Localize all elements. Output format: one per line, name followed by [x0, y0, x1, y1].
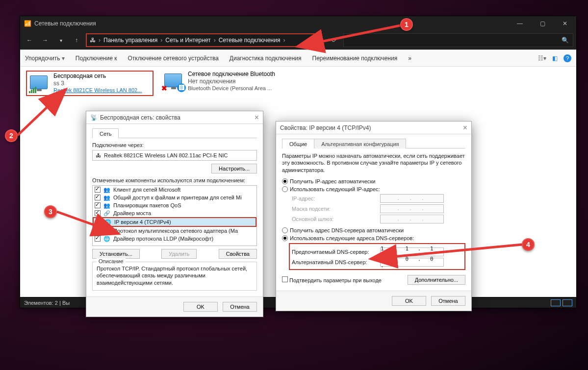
client-icon: 👥 [103, 186, 110, 193]
list-item-label: Планировщик пакетов QoS [113, 202, 181, 208]
dns2-label: Альтернативный DNS-сервер: [292, 259, 380, 265]
breadcrumb[interactable]: 🖧 › Панель управления › Сеть и Интернет … [86, 33, 315, 47]
dns-highlight-box: Предпочитаемый DNS-сервер:1 . 1 . 1 . 1 … [289, 243, 465, 270]
list-item-label: Драйвер моста [113, 210, 151, 216]
checkbox-icon[interactable] [96, 219, 102, 225]
help-icon[interactable]: ? [563, 54, 571, 62]
configure-button[interactable]: Настроить... [211, 164, 257, 173]
rename-button[interactable]: Переименование подключения [312, 55, 398, 62]
nav-row: ← → ▾ ↑ 🖧 › Панель управления › Сеть и И… [20, 31, 576, 49]
checkbox-icon[interactable] [95, 210, 101, 216]
checkbox-icon[interactable] [95, 195, 101, 200]
share-icon: 👥 [103, 194, 110, 201]
ok-button[interactable]: OK [183, 302, 218, 312]
wifi-signal-icon [29, 86, 36, 93]
install-button[interactable]: Установить... [92, 249, 140, 259]
breadcrumb-item[interactable]: Панель управления [103, 37, 157, 44]
disabled-icon: ✖ [161, 84, 167, 92]
organize-menu[interactable]: Упорядочить [25, 55, 65, 62]
annotation-marker-3: 3 [44, 205, 57, 218]
connection-name: Сетевое подключение Bluetooth [188, 71, 275, 78]
components-list[interactable]: 👥Клиент для сетей Microsoft 👥Общий досту… [92, 185, 257, 246]
ipv4-properties-dialog: Свойства: IP версии 4 (TCP/IPv4) × Общие… [276, 121, 472, 311]
adapter-field: 🖧 Realtek 8821CE Wireless LAN 802.11ac P… [92, 150, 257, 161]
radio-ip-manual[interactable] [282, 186, 288, 192]
dropdown-icon[interactable]: ⌄ [322, 37, 327, 44]
checkbox-icon[interactable] [95, 187, 101, 193]
protocol-icon: 🌐 [103, 227, 110, 234]
overflow-button[interactable]: » [408, 55, 411, 62]
confirm-checkbox[interactable] [282, 276, 288, 282]
breadcrumb-item[interactable]: Сеть и Интернет [165, 37, 210, 44]
dns1-input[interactable]: 1 . 1 . 1 . 1 [380, 247, 444, 256]
connection-item-wifi[interactable]: Беспроводная сеть ss 3 Realtek 8821CE Wi… [26, 71, 153, 96]
adapter-properties-dialog: 📡 Беспроводная сеть: свойства × Сеть Под… [86, 111, 263, 317]
mask-input: . . . [380, 204, 444, 213]
description-text: Протокол TCP/IP. Стандартный протокол гл… [97, 265, 253, 286]
list-item-label: Общий доступ к файлам и принтерам для се… [113, 195, 242, 200]
close-button[interactable]: ✕ [554, 16, 576, 31]
tab-alternate[interactable]: Альтернативная конфигурация [314, 139, 406, 148]
refresh-button[interactable]: ⟳ [332, 37, 336, 44]
annotation-marker-1: 1 [400, 18, 413, 31]
checkbox-icon[interactable] [95, 236, 101, 242]
radio-label: Использовать следующие адреса DNS-сервер… [290, 235, 414, 241]
close-button[interactable]: × [463, 123, 467, 132]
view-options-icon[interactable]: ☷▾ [538, 55, 546, 62]
intro-text: Параметры IP можно назначать автоматичес… [282, 152, 465, 173]
components-label: Отмеченные компоненты используются этим … [92, 177, 257, 183]
connection-status: Нет подключения [188, 78, 275, 85]
gateway-input: . . . [380, 215, 444, 223]
gateway-label: Основной шлюз: [292, 216, 380, 222]
diagnose-button[interactable]: Диагностика подключения [230, 55, 302, 62]
nic-icon: 🖧 [96, 152, 101, 158]
details-view-icon[interactable] [551, 299, 561, 306]
command-bar: Упорядочить Подключение к Отключение сет… [20, 50, 576, 67]
wifi-icon: 📡 [90, 114, 97, 121]
minimize-button[interactable]: — [509, 16, 531, 31]
close-button[interactable]: × [255, 113, 259, 122]
description-title: Описание [97, 258, 126, 264]
checkbox-icon[interactable] [95, 228, 101, 234]
back-button[interactable]: ← [23, 34, 36, 47]
connection-item-bluetooth[interactable]: ✖ 🅱 Сетевое подключение Bluetooth Нет по… [162, 71, 290, 92]
bridge-icon: 🔗 [103, 210, 110, 217]
chevron-right-icon: › [214, 37, 216, 44]
annotation-marker-4: 4 [522, 238, 535, 251]
properties-button[interactable]: Свойства [219, 249, 257, 259]
large-icons-view-icon[interactable] [562, 299, 572, 306]
radio-dns-manual[interactable] [282, 235, 288, 241]
connection-status: ss 3 [53, 80, 142, 87]
chevron-right-icon: › [99, 37, 101, 44]
ip-input: . . . [380, 194, 444, 203]
disable-device-button[interactable]: Отключение сетевого устройства [128, 55, 218, 62]
breadcrumb-icon: 🖧 [90, 37, 96, 44]
dns2-input[interactable]: 1 . 0 . 0 . 1 [380, 258, 444, 267]
window-title: Сетевые подключения [34, 20, 96, 27]
forward-button[interactable]: → [39, 34, 51, 47]
adapter-name: Realtek 8821CE Wireless LAN 802.11ac PCI… [104, 152, 228, 158]
tab-general[interactable]: Общие [282, 139, 314, 148]
preview-pane-icon[interactable]: ◧ [552, 55, 558, 62]
ok-button[interactable]: OK [392, 296, 426, 306]
advanced-button[interactable]: Дополнительно... [408, 275, 465, 285]
tab-network[interactable]: Сеть [92, 128, 119, 138]
dialog-title: Беспроводная сеть: свойства [100, 114, 180, 121]
connect-to-button[interactable]: Подключение к [76, 55, 117, 62]
history-dropdown[interactable]: ▾ [54, 34, 67, 47]
radio-label: Получить IP-адрес автоматически [290, 178, 375, 184]
checkbox-icon[interactable] [95, 202, 101, 208]
titlebar: 📶 Сетевые подключения — ▢ ✕ [20, 16, 576, 31]
breadcrumb-item[interactable]: Сетевые подключения [219, 37, 281, 44]
list-item-label: Протокол мультиплексора сетевого адаптер… [113, 228, 238, 234]
radio-dns-auto[interactable] [282, 227, 288, 233]
radio-ip-auto[interactable] [282, 178, 288, 184]
breadcrumb-controls: ⌄ ⟳ [318, 37, 340, 44]
confirm-label: Подтвердить параметры при выходе [289, 277, 382, 283]
cancel-button[interactable]: Отмена [431, 296, 465, 306]
up-button[interactable]: ↑ [70, 34, 83, 47]
cancel-button[interactable]: Отмена [223, 302, 257, 312]
search-box[interactable]: 🔍 [343, 33, 573, 47]
connect-via-label: Подключение через: [92, 142, 257, 148]
maximize-button[interactable]: ▢ [531, 16, 554, 31]
